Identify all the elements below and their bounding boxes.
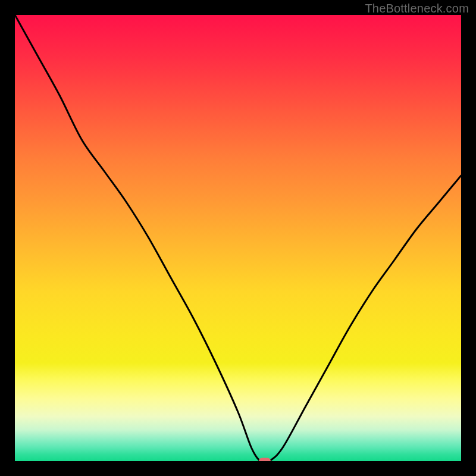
bottleneck-curve [15,15,461,461]
optimal-point-marker [259,458,271,462]
plot-area [15,15,461,461]
chart-frame: TheBottleneck.com [0,0,476,476]
watermark-text: TheBottleneck.com [365,2,469,15]
